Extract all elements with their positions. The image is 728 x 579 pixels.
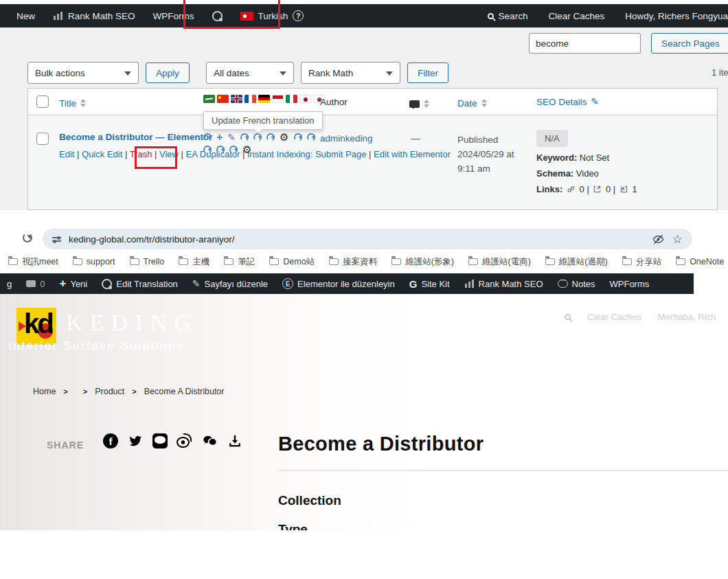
bookmark-folder[interactable]: OneNote — [676, 257, 724, 266]
reload-icon[interactable] — [23, 233, 32, 242]
facebook-icon[interactable] — [103, 433, 118, 449]
toolbar-clear-caches[interactable]: Clear Caches — [548, 11, 604, 21]
toolbar-site-kit[interactable]: Site Kit — [409, 278, 450, 290]
sync-translation-icon[interactable] — [306, 133, 316, 142]
flag-france-icon[interactable] — [244, 95, 256, 103]
weibo-icon[interactable] — [177, 433, 192, 449]
toolbar-edit-translation[interactable]: Edit Translation — [102, 279, 178, 289]
bookmark-folder[interactable]: 筆記 — [224, 256, 255, 268]
wpforms-label: WPForms — [610, 279, 650, 289]
bookmark-folder[interactable]: 主機 — [179, 256, 209, 268]
sync-translation-icon[interactable] — [203, 145, 212, 155]
folder-icon — [8, 258, 18, 265]
help-icon[interactable] — [293, 10, 304, 21]
flag-italy-icon[interactable] — [286, 95, 297, 103]
author-link[interactable]: adminkeding — [320, 133, 373, 144]
toolbar-translation[interactable] — [212, 11, 223, 21]
toolbar-language[interactable]: Turkish — [240, 10, 304, 21]
row-checkbox[interactable] — [36, 133, 49, 145]
bookmark-folder[interactable]: 維護站(電商) — [468, 256, 531, 268]
column-seo-details[interactable]: SEO Details — [536, 96, 599, 107]
bulk-actions-select[interactable]: Bulk actions — [27, 62, 139, 84]
twitter-icon[interactable] — [127, 433, 144, 449]
bookmark-folder[interactable]: 維護站(形象) — [391, 256, 454, 268]
rank-math-filter-select[interactable]: Rank Math — [301, 62, 400, 84]
table-header-row: Title Author — [28, 89, 717, 115]
preview-hidden-icon[interactable] — [652, 233, 665, 246]
select-all-checkbox[interactable] — [36, 95, 49, 108]
site-info-icon[interactable] — [52, 235, 61, 243]
all-dates-value: All dates — [214, 68, 249, 78]
flag-indonesia-icon[interactable] — [272, 95, 284, 103]
toolbar-wpforms[interactable]: WPForms — [153, 11, 194, 21]
toolbar-site-fragment[interactable]: g — [7, 279, 12, 289]
action-trash[interactable]: Trash — [130, 149, 159, 159]
flag-japan-icon[interactable] — [299, 95, 311, 103]
bookmark-label: 筆記 — [238, 256, 255, 268]
toolbar-new-yeni[interactable]: Yeni — [59, 279, 87, 289]
sync-translation-icon[interactable] — [229, 145, 238, 155]
sync-translation-icon[interactable] — [293, 133, 303, 142]
bookmark-folder[interactable]: Trello — [130, 257, 165, 266]
column-comments[interactable] — [409, 97, 429, 111]
toolbar-wpforms[interactable]: WPForms — [610, 279, 650, 289]
toolbar-edit-page[interactable]: Sayfayı düzenle — [192, 278, 268, 289]
flag-uk-icon[interactable] — [231, 95, 242, 103]
bookmark-label: 視訊meet — [22, 256, 58, 268]
bookmark-star-icon[interactable] — [672, 234, 683, 245]
sync-translation-icon[interactable] — [240, 133, 249, 142]
flag-saudi-arabia-icon[interactable] — [203, 95, 215, 103]
sync-translation-icon[interactable] — [216, 145, 225, 155]
toolbar-notes[interactable]: Notes — [558, 279, 595, 289]
flag-germany-icon[interactable] — [258, 95, 270, 103]
wechat-icon[interactable] — [201, 433, 218, 449]
action-edit-with-elementor[interactable]: Edit with Elementor — [374, 149, 451, 159]
toolbar-rank-math[interactable]: Rank Math SEO — [464, 279, 543, 289]
translation-icon — [212, 11, 223, 21]
column-date[interactable]: Date — [457, 96, 487, 110]
search-icon[interactable] — [565, 314, 571, 320]
action-quick-edit[interactable]: Quick Edit — [82, 149, 130, 159]
toolbar-new[interactable]: New — [16, 11, 35, 21]
sync-translation-icon[interactable] — [203, 133, 212, 142]
sync-translation-icon[interactable] — [266, 133, 275, 142]
bookmark-folder[interactable]: 接案資料 — [329, 256, 377, 268]
address-bar[interactable]: keding-global.com/tr/distributor-araniyo… — [43, 229, 692, 249]
filter-button[interactable]: Filter — [407, 63, 448, 83]
apply-button[interactable]: Apply — [146, 63, 190, 83]
column-title[interactable]: Title — [59, 96, 86, 110]
bar-chart-icon — [53, 12, 63, 20]
bookmark-folder[interactable]: 維護站(過期) — [545, 256, 608, 268]
page-title-link[interactable]: Become a Distributor — Elementor — [59, 131, 216, 144]
breadcrumb-home[interactable]: Home — [33, 387, 56, 396]
search-pages-button[interactable]: Search Pages — [651, 33, 728, 54]
toolbar-elementor[interactable]: Elementor ile düzenleyin — [282, 278, 395, 289]
title-cell: Become a Distributor — Elementor EditQui… — [59, 131, 216, 161]
translation-settings-icon[interactable] — [242, 146, 251, 154]
bookmark-folder[interactable]: support — [73, 257, 115, 266]
bookmark-label: 維護站(過期) — [559, 256, 608, 268]
toolbar-search[interactable]: Search — [488, 11, 528, 21]
line-icon[interactable] — [152, 433, 168, 449]
folder-icon — [545, 258, 555, 265]
date-value: 2024/05/29 at 9:11 am — [457, 149, 514, 174]
logo-mark: kd — [24, 308, 52, 339]
breadcrumb-product[interactable]: Product — [95, 387, 124, 396]
bookmark-folder[interactable]: 視訊meet — [8, 256, 58, 268]
flag-china-icon[interactable] — [217, 95, 229, 103]
bookmark-folder[interactable]: 分享站 — [622, 256, 662, 268]
faint-clear-caches[interactable]: Clear Caches — [587, 312, 641, 322]
search-pages-input[interactable] — [529, 33, 641, 54]
toolbar-rank-math[interactable]: Rank Math SEO — [53, 11, 135, 21]
action-edit[interactable]: Edit — [59, 149, 82, 159]
toolbar-comments[interactable]: 0 — [26, 279, 45, 289]
url-text[interactable]: keding-global.com/tr/distributor-araniyo… — [69, 234, 235, 245]
bookmark-folder[interactable]: Demo站 — [269, 256, 315, 268]
toolbar-howdy[interactable]: Howdy, Richers Fongyua — [625, 11, 728, 21]
add-translation-icon[interactable] — [216, 133, 223, 141]
action-view[interactable]: View — [159, 149, 186, 159]
download-icon[interactable] — [227, 433, 242, 449]
all-dates-select[interactable]: All dates — [206, 62, 294, 84]
edit-translation-icon[interactable] — [227, 133, 236, 141]
translation-settings-icon[interactable] — [280, 133, 288, 141]
